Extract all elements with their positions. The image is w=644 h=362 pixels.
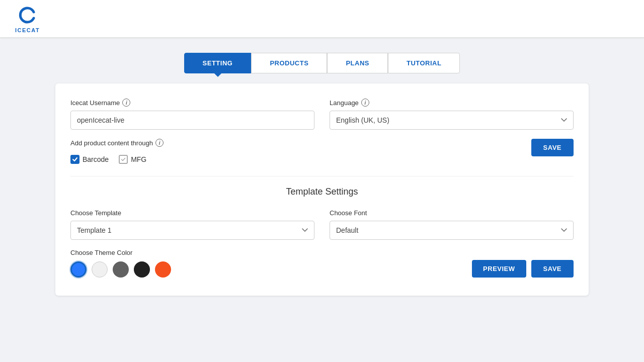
barcode-checkbox[interactable] <box>70 155 79 164</box>
add-product-info-icon[interactable]: i <box>155 139 164 147</box>
barcode-checkbox-item[interactable]: Barcode <box>70 155 109 164</box>
settings-card: Icecat Username i Language i English (UK… <box>55 83 589 296</box>
bottom-actions: PREVIEW SAVE <box>472 260 574 278</box>
template-group: Choose Template Template 1 Template 2 Te… <box>70 209 314 240</box>
logo-text: ICECAT <box>15 27 40 33</box>
username-input[interactable] <box>70 111 314 130</box>
add-product-row: Add product content through i Barcode <box>70 139 574 164</box>
tab-setting[interactable]: SETTING <box>184 53 252 73</box>
username-language-row: Icecat Username i Language i English (UK… <box>70 99 574 130</box>
tab-plans[interactable]: PLANS <box>327 53 388 73</box>
color-swatch-white[interactable] <box>92 261 108 278</box>
color-buttons-row: Choose Theme Color PREVIEW SAVE <box>70 249 574 278</box>
swatches-row <box>70 261 171 278</box>
font-label: Choose Font <box>330 209 574 217</box>
main-content: SETTING PRODUCTS PLANS TUTORIAL Icecat U… <box>0 38 644 311</box>
section-title: Template Settings <box>70 187 574 197</box>
logo: ICECAT <box>15 4 40 33</box>
header: ICECAT <box>0 0 644 38</box>
language-group: Language i English (UK, US) English (US)… <box>330 99 574 130</box>
color-swatch-black[interactable] <box>134 261 150 278</box>
mfg-checkbox[interactable] <box>119 155 128 164</box>
font-select[interactable]: Default Arial Roboto Times New Roman <box>330 221 574 240</box>
tab-products[interactable]: PRODUCTS <box>251 53 327 73</box>
icecat-logo-icon <box>17 4 39 26</box>
font-group: Choose Font Default Arial Roboto Times N… <box>330 209 574 240</box>
preview-button[interactable]: PREVIEW <box>472 260 526 278</box>
template-select[interactable]: Template 1 Template 2 Template 3 <box>70 221 314 240</box>
username-group: Icecat Username i <box>70 99 314 130</box>
divider <box>70 176 574 176</box>
language-select[interactable]: English (UK, US) English (US) German Fre… <box>330 111 574 130</box>
add-product-left: Add product content through i Barcode <box>70 139 164 164</box>
template-save-button[interactable]: SAVE <box>531 260 574 278</box>
color-section: Choose Theme Color <box>70 249 171 278</box>
username-label: Icecat Username i <box>70 99 314 107</box>
add-product-label: Add product content through i <box>70 139 164 147</box>
color-swatch-gray[interactable] <box>113 261 129 278</box>
username-info-icon[interactable]: i <box>122 99 130 107</box>
color-label: Choose Theme Color <box>70 249 171 256</box>
checkboxes-row: Barcode MFG <box>70 155 164 164</box>
tab-tutorial[interactable]: TUTORIAL <box>388 53 460 73</box>
color-swatch-blue[interactable] <box>70 261 87 278</box>
language-label: Language i <box>330 99 574 107</box>
template-label: Choose Template <box>70 209 314 217</box>
template-settings-section: Template Settings Choose Template Templa… <box>70 187 574 278</box>
mfg-checkbox-item[interactable]: MFG <box>119 155 146 164</box>
save-button[interactable]: SAVE <box>531 139 574 156</box>
tabs-container: SETTING PRODUCTS PLANS TUTORIAL <box>184 53 460 73</box>
color-swatch-orange[interactable] <box>155 261 171 278</box>
template-font-row: Choose Template Template 1 Template 2 Te… <box>70 209 574 240</box>
language-info-icon[interactable]: i <box>361 99 369 107</box>
